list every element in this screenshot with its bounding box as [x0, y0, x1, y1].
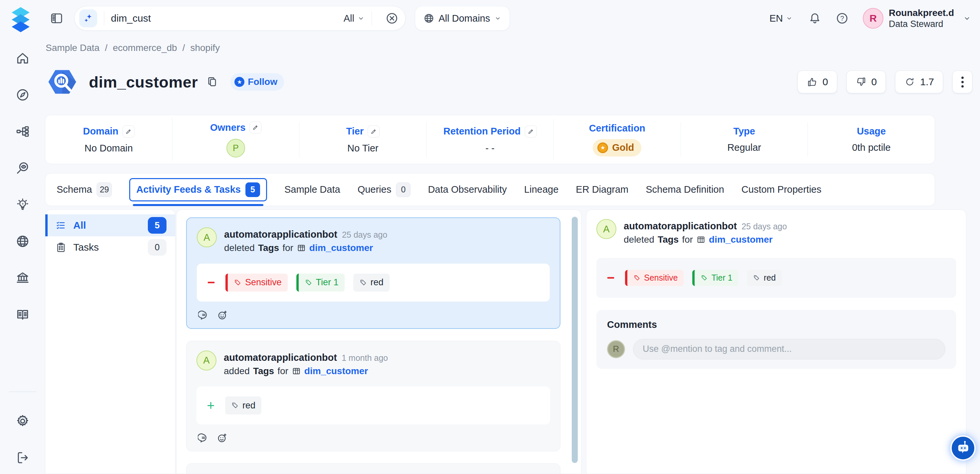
sidebar-item-insights[interactable]	[15, 197, 30, 212]
tab-lineage[interactable]: Lineage	[524, 184, 558, 195]
sidebar-item-settings[interactable]	[15, 414, 30, 429]
edit-retention-button[interactable]	[525, 126, 537, 137]
upvote-button[interactable]: 0	[797, 71, 837, 93]
summary-label: Domain	[83, 126, 118, 137]
domain-filter-label: All Domains	[439, 13, 490, 24]
tab-er-diagram[interactable]: ER Diagram	[576, 184, 628, 195]
tab-sample-data[interactable]: Sample Data	[285, 184, 340, 195]
sidebar-item-observability[interactable]	[15, 161, 30, 176]
sidebar-item-lineage[interactable]	[15, 124, 30, 139]
help-button[interactable]: ?	[835, 12, 849, 25]
feed-field: Tags	[253, 364, 274, 378]
sidebar-item-governance[interactable]	[15, 270, 30, 286]
feed-filter-tasks[interactable]: Tasks 0	[45, 236, 175, 258]
reaction-button[interactable]	[217, 310, 228, 321]
ai-search-chip[interactable]	[79, 9, 97, 27]
tab-label: Activity Feeds & Tasks	[136, 184, 241, 195]
global-search-bar[interactable]: All	[74, 6, 406, 30]
tag-label: Sensitive	[245, 277, 282, 288]
language-dropdown[interactable]: EN	[770, 13, 793, 24]
tab-custom-properties[interactable]: Custom Properties	[741, 184, 821, 195]
tab-label: ER Diagram	[576, 184, 628, 195]
edit-tier-button[interactable]	[368, 126, 380, 137]
reply-button[interactable]	[198, 310, 210, 321]
app-screen: All All Domains EN ? R Rounakpreet.d	[0, 0, 980, 474]
user-block: Rounakpreet.d Data Steward	[889, 7, 954, 30]
book-icon	[15, 307, 30, 322]
tag-chip-sensitive: Sensitive	[226, 274, 288, 291]
table-icon	[696, 235, 706, 244]
tab-activity-feeds[interactable]: Activity Feeds & Tasks 5	[129, 178, 267, 201]
feed-card-partial[interactable]: A	[186, 463, 560, 474]
bot-avatar: A	[197, 227, 217, 247]
user-name: Rounakpreet.d	[889, 7, 954, 19]
sidebar-toggle-button[interactable]	[49, 11, 64, 26]
commenter-avatar: R	[607, 340, 625, 358]
table-icon	[297, 243, 306, 253]
entity-header: dim_customer ★ Follow 0 0 1.7	[45, 63, 972, 100]
notifications-button[interactable]	[808, 12, 821, 25]
feed-entity-link[interactable]: dim_customer	[309, 241, 373, 255]
tab-schema[interactable]: Schema 29	[57, 183, 112, 197]
edit-domain-button[interactable]	[123, 126, 135, 137]
more-actions-button[interactable]	[952, 71, 972, 93]
tag-chip-tier1: Tier 1	[692, 270, 738, 286]
tab-data-observability[interactable]: Data Observability	[428, 184, 507, 195]
search-input[interactable]	[111, 13, 344, 24]
feed-scrollbar-thumb[interactable]	[572, 217, 578, 463]
sidebar-item-glossary[interactable]	[15, 307, 30, 322]
kebab-icon	[961, 76, 964, 87]
downvote-button[interactable]: 0	[846, 71, 886, 93]
chat-assistant-button[interactable]	[950, 435, 976, 461]
observability-icon	[15, 161, 30, 175]
app-logo[interactable]	[5, 3, 37, 34]
tab-schema-definition[interactable]: Schema Definition	[646, 184, 724, 195]
detail-field: Tags	[658, 233, 679, 247]
upvote-count: 0	[822, 76, 828, 87]
user-menu-button[interactable]	[963, 14, 971, 23]
feed-filter-all[interactable]: All 5	[45, 215, 175, 236]
breadcrumb-item-schema[interactable]: shopify	[190, 43, 220, 53]
follow-button[interactable]: ★ Follow	[231, 73, 284, 91]
tag-icon	[633, 274, 641, 282]
comment-input[interactable]	[633, 339, 945, 359]
feed-action: deleted	[224, 241, 255, 255]
owner-avatar[interactable]: P	[226, 139, 245, 157]
feed-action: added	[224, 364, 250, 378]
active-tab-underline	[133, 204, 263, 206]
tab-queries[interactable]: Queries 0	[358, 183, 411, 197]
search-clear-button[interactable]	[385, 12, 399, 25]
change-summary: + red	[196, 387, 550, 425]
feed-field: Tags	[258, 241, 279, 255]
detail-change-summary: − Sensitive Tier 1 red	[597, 258, 956, 298]
feed-entity-link[interactable]: dim_customer	[304, 364, 368, 378]
feed-author: automatorapplicationbot	[224, 229, 337, 240]
sidebar-item-domains[interactable]	[15, 234, 30, 249]
breadcrumb-item-database[interactable]: ecommerce_db	[113, 43, 177, 53]
domain-filter-dropdown[interactable]: All Domains	[415, 6, 510, 30]
version-button[interactable]: 1.7	[895, 71, 943, 93]
sidebar-item-logout[interactable]	[15, 450, 30, 465]
sidebar-item-explore[interactable]	[15, 87, 30, 103]
breadcrumb-item-service[interactable]: Sample Data	[46, 43, 100, 53]
sidebar-item-home[interactable]	[15, 51, 30, 66]
bot-avatar: A	[597, 219, 616, 239]
detail-entity-link[interactable]: dim_customer	[709, 233, 773, 247]
globe-icon	[423, 13, 434, 24]
feed-filter-label: Tasks	[73, 242, 99, 253]
reply-button[interactable]	[198, 433, 209, 444]
panel-toggle-icon	[49, 11, 64, 25]
search-scope-dropdown[interactable]: All	[344, 13, 365, 24]
compass-icon	[15, 87, 30, 102]
globe-icon	[15, 234, 30, 249]
reaction-button[interactable]	[216, 433, 228, 444]
edit-owners-button[interactable]	[250, 121, 261, 134]
copy-name-button[interactable]	[206, 76, 218, 88]
search-divider	[104, 11, 104, 25]
feed-card-deleted-tags[interactable]: A automatorapplicationbot25 days ago del…	[186, 217, 560, 329]
user-avatar[interactable]: R	[863, 8, 883, 29]
detail-author: automatorapplicationbot	[624, 221, 737, 231]
certification-badge: ★ Gold	[593, 139, 641, 156]
feed-card-added-tags[interactable]: A automatorapplicationbot1 month ago add…	[186, 341, 560, 452]
summary-value: - -	[485, 143, 495, 154]
